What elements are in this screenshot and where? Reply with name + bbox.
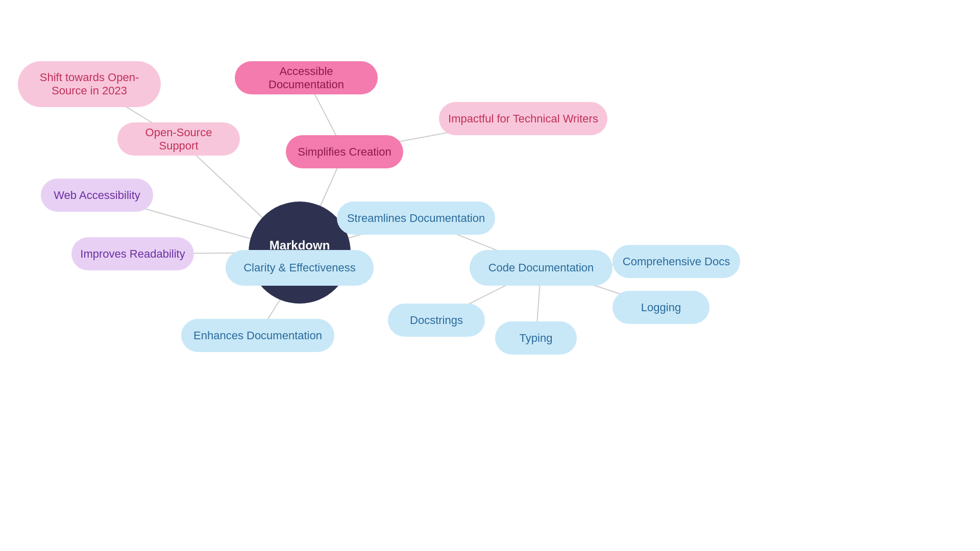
clarity-effectiveness-node[interactable]: Clarity & Effectiveness xyxy=(226,250,374,286)
comprehensive-docs-node[interactable]: Comprehensive Docs xyxy=(612,245,740,278)
streamlines-docs-node[interactable]: Streamlines Documentation xyxy=(337,202,495,235)
docstrings-node[interactable]: Docstrings xyxy=(388,304,485,337)
simplifies-creation-node[interactable]: Simplifies Creation xyxy=(286,135,403,168)
improves-readability-node[interactable]: Improves Readability xyxy=(71,237,194,270)
typing-node[interactable]: Typing xyxy=(495,321,577,355)
impactful-writers-node[interactable]: Impactful for Technical Writers xyxy=(439,102,607,135)
logging-node[interactable]: Logging xyxy=(612,291,709,324)
accessible-docs-node[interactable]: Accessible Documentation xyxy=(235,61,378,94)
shift-open-source-node[interactable]: Shift towards Open-Source in 2023 xyxy=(18,61,161,107)
web-accessibility-node[interactable]: Web Accessibility xyxy=(41,179,153,212)
code-documentation-node[interactable]: Code Documentation xyxy=(470,250,612,286)
enhances-docs-node[interactable]: Enhances Documentation xyxy=(181,319,334,352)
open-source-support-node[interactable]: Open-Source Support xyxy=(117,122,240,156)
